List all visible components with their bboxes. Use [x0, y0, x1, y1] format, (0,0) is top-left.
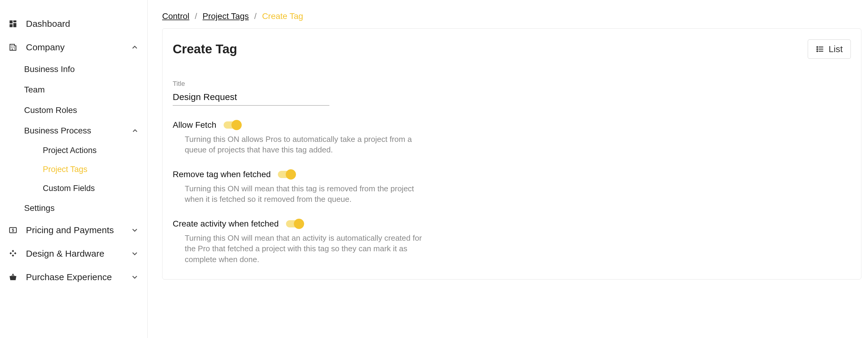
sidebar-label: Dashboard — [26, 19, 70, 29]
business-process-sublist: Project Actions Project Tags Custom Fiel… — [23, 141, 147, 198]
title-field: Title — [173, 80, 851, 106]
svg-rect-1 — [13, 21, 16, 22]
sidebar-item-design-hardware[interactable]: Design & Hardware — [0, 242, 147, 265]
svg-text:$: $ — [12, 228, 14, 233]
dashboard-icon — [8, 19, 18, 28]
title-input[interactable] — [173, 90, 330, 106]
allow-fetch-help: Turning this ON allows Pros to automatic… — [185, 134, 429, 155]
sidebar-item-business-info[interactable]: Business Info — [23, 59, 147, 79]
dollar-box-icon: $ — [8, 226, 18, 235]
create-activity-help: Turning this ON will mean that an activi… — [185, 233, 429, 265]
remove-tag-help: Turning this ON will mean that this tag … — [185, 183, 429, 205]
breadcrumb-control[interactable]: Control — [162, 11, 189, 21]
sidebar-label: Settings — [24, 203, 55, 213]
sidebar-label: Project Actions — [43, 146, 97, 155]
breadcrumb-current: Create Tag — [262, 11, 303, 21]
sidebar-item-team[interactable]: Team — [23, 79, 147, 100]
sidebar-item-project-actions[interactable]: Project Actions — [41, 141, 147, 160]
main-content: Control / Project Tags / Create Tag Crea… — [148, 0, 868, 338]
title-field-label: Title — [173, 80, 851, 88]
sidebar-label: Business Process — [24, 126, 91, 136]
sidebar-label: Company — [26, 42, 64, 53]
sidebar-label: Team — [24, 85, 44, 95]
list-button[interactable]: List — [808, 39, 851, 59]
breadcrumb-separator: / — [254, 11, 257, 21]
remove-tag-row: Remove tag when fetched — [173, 170, 851, 179]
svg-rect-0 — [10, 21, 13, 24]
chevron-up-icon — [131, 127, 139, 135]
page-title: Create Tag — [173, 42, 237, 56]
sidebar-item-dashboard[interactable]: Dashboard — [0, 12, 147, 36]
sidebar-item-custom-roles[interactable]: Custom Roles — [23, 100, 147, 121]
sidebar-label: Design & Hardware — [26, 248, 104, 259]
breadcrumb: Control / Project Tags / Create Tag — [162, 11, 861, 21]
chevron-down-icon — [130, 273, 139, 281]
sidebar-item-project-tags[interactable]: Project Tags — [41, 160, 147, 179]
svg-point-10 — [817, 49, 818, 50]
building-icon — [8, 43, 18, 52]
form-card: Create Tag List Title Allow Fetch — [162, 28, 861, 279]
sidebar-label: Pricing and Payments — [26, 225, 114, 235]
sidebar-label: Project Tags — [43, 165, 87, 174]
list-icon — [816, 45, 824, 53]
basket-icon — [8, 273, 18, 282]
allow-fetch-toggle[interactable] — [224, 122, 241, 129]
toggle-knob — [286, 169, 296, 179]
toggle-knob — [294, 219, 304, 229]
create-activity-toggle[interactable] — [286, 220, 303, 228]
sidebar-item-purchase-experience[interactable]: Purchase Experience — [0, 265, 147, 289]
sidebar-item-company[interactable]: Company — [0, 36, 147, 59]
toggle-knob — [231, 120, 242, 130]
breadcrumb-project-tags[interactable]: Project Tags — [203, 11, 249, 21]
sidebar-label: Purchase Experience — [26, 272, 112, 282]
sidebar-item-pricing[interactable]: $ Pricing and Payments — [0, 218, 147, 242]
chevron-up-icon — [130, 43, 139, 52]
allow-fetch-label: Allow Fetch — [173, 120, 216, 130]
remove-tag-label: Remove tag when fetched — [173, 170, 271, 179]
sidebar-label: Business Info — [24, 64, 75, 74]
sidebar-label: Custom Roles — [24, 105, 77, 115]
create-activity-label: Create activity when fetched — [173, 219, 279, 229]
svg-rect-2 — [13, 23, 16, 27]
card-header: Create Tag List — [173, 39, 851, 59]
sidebar-item-settings[interactable]: Settings — [23, 198, 147, 218]
list-button-label: List — [829, 44, 843, 54]
svg-rect-3 — [10, 24, 13, 27]
company-sublist: Business Info Team Custom Roles Business… — [0, 59, 147, 218]
breadcrumb-separator: / — [195, 11, 197, 21]
create-activity-row: Create activity when fetched — [173, 219, 851, 229]
svg-point-9 — [817, 47, 818, 47]
chevron-down-icon — [130, 249, 139, 258]
grid-icon — [8, 249, 18, 258]
remove-tag-toggle[interactable] — [278, 171, 295, 178]
sidebar-item-custom-fields[interactable]: Custom Fields — [41, 179, 147, 198]
allow-fetch-row: Allow Fetch — [173, 120, 851, 130]
sidebar-label: Custom Fields — [43, 184, 95, 193]
sidebar-item-business-process[interactable]: Business Process — [23, 121, 147, 141]
chevron-down-icon — [130, 226, 139, 234]
sidebar: Dashboard Company Business Info Team Cus… — [0, 0, 148, 338]
svg-point-11 — [817, 51, 818, 52]
